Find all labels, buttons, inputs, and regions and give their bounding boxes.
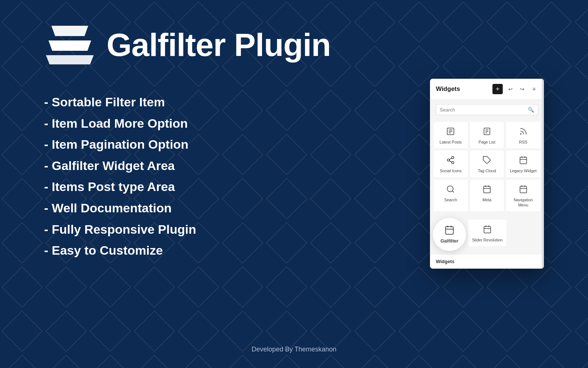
widget-item-tag-cloud[interactable]: Tag Cloud (470, 151, 504, 177)
widget-item-navigation-menu[interactable]: Navigation Menu (506, 180, 540, 212)
legacy-widget-icon (519, 156, 528, 166)
slider-revolution-icon (483, 225, 492, 235)
svg-point-16 (452, 162, 454, 164)
page-list-icon (483, 127, 491, 137)
navigation-menu-label: Navigation Menu (509, 197, 537, 208)
widget-item-slider-revolution[interactable]: Slider Revolution (468, 220, 506, 246)
rss-label: RSS (519, 139, 527, 145)
undo-icon[interactable]: ↩ (506, 85, 514, 93)
svg-marker-4 (46, 55, 94, 64)
widget-panel-title: Widgets (436, 85, 489, 93)
page-title: Galfilter Plugin (107, 29, 331, 61)
widget-item-galfilter[interactable]: Galfilter (433, 218, 466, 251)
svg-line-17 (449, 161, 452, 162)
navigation-menu-icon (519, 185, 528, 195)
svg-rect-34 (446, 226, 453, 234)
widget-search-input[interactable] (440, 107, 526, 113)
logo-icon (44, 22, 96, 68)
svg-point-14 (452, 156, 454, 159)
svg-rect-38 (484, 226, 491, 233)
svg-point-24 (447, 186, 453, 192)
widget-item-meta[interactable]: Meta (470, 180, 504, 212)
slider-revolution-label: Slider Revolution (472, 237, 502, 243)
search-icon: 🔍 (528, 107, 534, 113)
widget-panel-mockup: Widgets + ↩ ↪ ≡ 🔍 (419, 79, 544, 269)
search-widget-label: Search (444, 197, 457, 202)
header: Galfilter Plugin (44, 22, 544, 68)
widget-panel: Widgets + ↩ ↪ ≡ 🔍 (430, 79, 544, 269)
redo-icon[interactable]: ↪ (518, 85, 526, 93)
feature-item: - Well Documentation (44, 199, 404, 217)
svg-marker-2 (51, 26, 88, 36)
svg-point-13 (520, 134, 521, 134)
social-icons-label: Social Icons (440, 168, 462, 173)
widget-item-rss[interactable]: RSS (506, 122, 540, 148)
tag-cloud-icon (483, 156, 491, 166)
svg-rect-26 (484, 186, 490, 193)
feature-item: - Sortable Filter Item (44, 93, 404, 111)
svg-line-25 (452, 191, 454, 192)
add-widget-button[interactable]: + (492, 84, 503, 94)
svg-rect-20 (520, 157, 527, 164)
feature-item: - Items Post type Area (44, 178, 404, 196)
page-list-label: Page List (478, 139, 495, 145)
widget-search-bar[interactable]: 🔍 (436, 104, 538, 115)
widget-grid: Latest Posts Page List (430, 120, 544, 215)
meta-label: Meta (483, 197, 491, 202)
feature-item: - Galfilter Widget Area (44, 157, 404, 175)
widget-item-social-icons[interactable]: Social Icons (434, 151, 468, 177)
tag-cloud-label: Tag Cloud (478, 168, 496, 173)
social-icons-icon (446, 156, 455, 166)
features-list: - Sortable Filter Item- Item Load More O… (44, 86, 404, 259)
feature-item: - Fully Responsive Plugin (44, 221, 404, 238)
footer-text: Developed By Themeskanon (252, 346, 337, 353)
feature-item: - Easy to Customize (44, 242, 404, 259)
widget-item-page-list[interactable]: Page List (470, 122, 504, 148)
svg-line-18 (449, 158, 452, 160)
rss-icon (519, 127, 528, 137)
menu-icon[interactable]: ≡ (530, 85, 538, 93)
feature-item: - Item Load More Option (44, 115, 404, 132)
svg-marker-3 (49, 40, 91, 51)
meta-icon (483, 185, 491, 195)
svg-point-15 (447, 159, 449, 161)
widget-item-legacy-widget[interactable]: Legacy Widget (506, 151, 540, 177)
widget-panel-header: Widgets + ↩ ↪ ≡ (430, 79, 544, 100)
widget-panel-footer: Widgets (430, 254, 544, 269)
bottom-widget-row: Galfilter Slider R (430, 215, 544, 254)
latest-posts-icon (446, 127, 455, 137)
widget-item-search[interactable]: Search (434, 180, 468, 212)
page-footer: Developed By Themeskanon (44, 340, 544, 353)
widget-item-latest-posts[interactable]: Latest Posts (434, 122, 468, 148)
galfilter-icon (444, 225, 455, 237)
galfilter-label: Galfilter (440, 238, 458, 244)
svg-rect-30 (520, 186, 527, 193)
search-widget-icon (446, 185, 455, 195)
widget-panel-footer-label: Widgets (436, 259, 454, 264)
feature-item: - Item Pagination Option (44, 136, 404, 153)
latest-posts-label: Latest Posts (440, 139, 462, 145)
legacy-widget-label: Legacy Widget (510, 168, 537, 173)
